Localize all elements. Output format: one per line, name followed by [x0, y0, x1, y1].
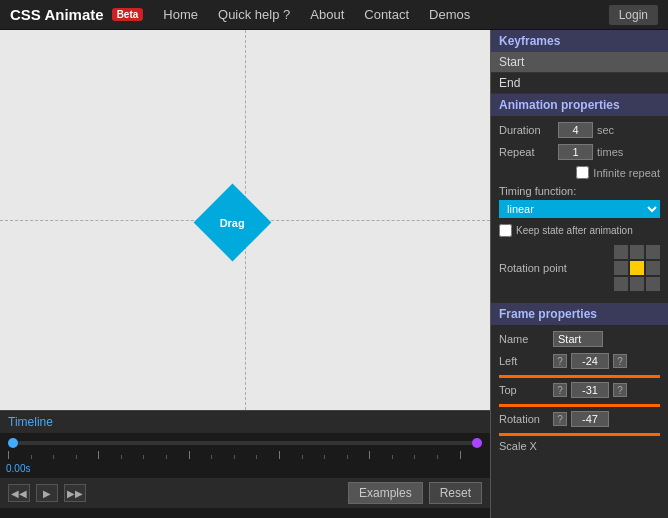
right-panel: Keyframes Start End Animation properties…	[490, 30, 668, 518]
anim-props-section: Animation properties Duration sec Repeat…	[491, 94, 668, 303]
nav-about[interactable]: About	[310, 7, 344, 22]
time-label: 0.00s	[6, 463, 30, 474]
name-input[interactable]	[553, 331, 603, 347]
top-help-icon[interactable]: ?	[553, 383, 567, 397]
rot-mc[interactable]	[630, 261, 644, 275]
tick	[414, 455, 437, 459]
rotation-point-label: Rotation point	[499, 262, 567, 274]
rot-mr[interactable]	[646, 261, 660, 275]
rotation-point-row: Rotation point	[499, 245, 660, 291]
infinite-row: Infinite repeat	[499, 166, 660, 179]
rot-br[interactable]	[646, 277, 660, 291]
keyframes-title: Keyframes	[491, 30, 668, 52]
duration-row: Duration sec	[499, 122, 660, 138]
playback-controls: ◀◀ ▶ ▶▶ Examples Reset	[0, 478, 490, 508]
prev-button[interactable]: ◀◀	[8, 484, 30, 502]
tick	[143, 455, 166, 459]
beta-badge: Beta	[112, 8, 144, 21]
header: CSS Animate Beta Home Quick help ? About…	[0, 0, 668, 30]
repeat-input[interactable]	[558, 144, 593, 160]
nav-contact[interactable]: Contact	[364, 7, 409, 22]
nav-demos[interactable]: Demos	[429, 7, 470, 22]
tick	[369, 451, 392, 459]
duration-unit: sec	[597, 124, 614, 136]
tick	[392, 455, 415, 459]
scalex-row: Scale X	[499, 440, 660, 452]
timeline-section: Timeline	[0, 410, 490, 508]
keep-state-checkbox[interactable]	[499, 224, 512, 237]
timeline-ticks	[8, 447, 482, 459]
tick	[121, 455, 144, 459]
tick	[98, 451, 121, 459]
top-help-icon2[interactable]: ?	[613, 383, 627, 397]
repeat-unit: times	[597, 146, 623, 158]
rot-tl[interactable]	[614, 245, 628, 259]
name-label: Name	[499, 333, 549, 345]
timeline-title: Timeline	[0, 411, 490, 433]
scalex-label: Scale X	[499, 440, 549, 452]
rot-bc[interactable]	[630, 277, 644, 291]
tick	[211, 455, 234, 459]
bottom-buttons: Examples Reset	[348, 482, 482, 504]
rotation-fp-label: Rotation	[499, 413, 549, 425]
repeat-label: Repeat	[499, 146, 554, 158]
tick	[302, 455, 325, 459]
keep-state-row: Keep state after animation	[499, 224, 660, 237]
keyframe-end[interactable]: End	[491, 73, 668, 94]
tick	[166, 455, 189, 459]
reset-button[interactable]: Reset	[429, 482, 482, 504]
main-layout: Drag Timeline	[0, 30, 668, 518]
logo-area: CSS Animate Beta	[10, 6, 143, 23]
tick	[8, 451, 31, 459]
tick	[76, 455, 99, 459]
next-button[interactable]: ▶▶	[64, 484, 86, 502]
left-help-icon[interactable]: ?	[553, 354, 567, 368]
left-orange-bar	[499, 375, 660, 378]
rotation-grid	[614, 245, 660, 291]
tick	[189, 451, 212, 459]
top-label: Top	[499, 384, 549, 396]
rot-tr[interactable]	[646, 245, 660, 259]
left-help-icon2[interactable]: ?	[613, 354, 627, 368]
tick	[31, 455, 54, 459]
duration-label: Duration	[499, 124, 554, 136]
top-input[interactable]	[571, 382, 609, 398]
timeline-bar	[8, 441, 482, 445]
rotation-orange-bar	[499, 433, 660, 436]
nav-home[interactable]: Home	[163, 7, 198, 22]
anim-props-title: Animation properties	[491, 94, 668, 116]
rotation-help-icon[interactable]: ?	[553, 412, 567, 426]
duration-input[interactable]	[558, 122, 593, 138]
left-input[interactable]	[571, 353, 609, 369]
drag-label: Drag	[220, 217, 245, 229]
tick	[324, 455, 347, 459]
timeline-track: 0.00s	[0, 433, 490, 478]
infinite-label: Infinite repeat	[593, 167, 660, 179]
timing-select[interactable]: linear ease ease-in ease-out ease-in-out	[499, 200, 660, 218]
tick	[279, 451, 302, 459]
tick	[437, 455, 460, 459]
tick	[234, 455, 257, 459]
login-button[interactable]: Login	[609, 5, 658, 25]
examples-button[interactable]: Examples	[348, 482, 423, 504]
play-button[interactable]: ▶	[36, 484, 58, 502]
rot-bl[interactable]	[614, 277, 628, 291]
rot-tc[interactable]	[630, 245, 644, 259]
logo-text: CSS Animate	[10, 6, 104, 23]
tick	[460, 451, 483, 459]
name-row: Name	[499, 331, 660, 347]
infinite-checkbox[interactable]	[576, 166, 589, 179]
drag-shape[interactable]: Drag	[194, 184, 272, 262]
keep-state-label: Keep state after animation	[516, 225, 633, 236]
rotation-input[interactable]	[571, 411, 609, 427]
left-label: Left	[499, 355, 549, 367]
timing-label: Timing function:	[499, 185, 660, 197]
frame-props-title: Frame properties	[491, 303, 668, 325]
tick	[53, 455, 76, 459]
keyframe-start[interactable]: Start	[491, 52, 668, 73]
nav-quickhelp[interactable]: Quick help ?	[218, 7, 290, 22]
left-row: Left ? ?	[499, 353, 660, 369]
top-orange-bar	[499, 404, 660, 407]
keyframes-section: Keyframes Start End	[491, 30, 668, 94]
rot-ml[interactable]	[614, 261, 628, 275]
